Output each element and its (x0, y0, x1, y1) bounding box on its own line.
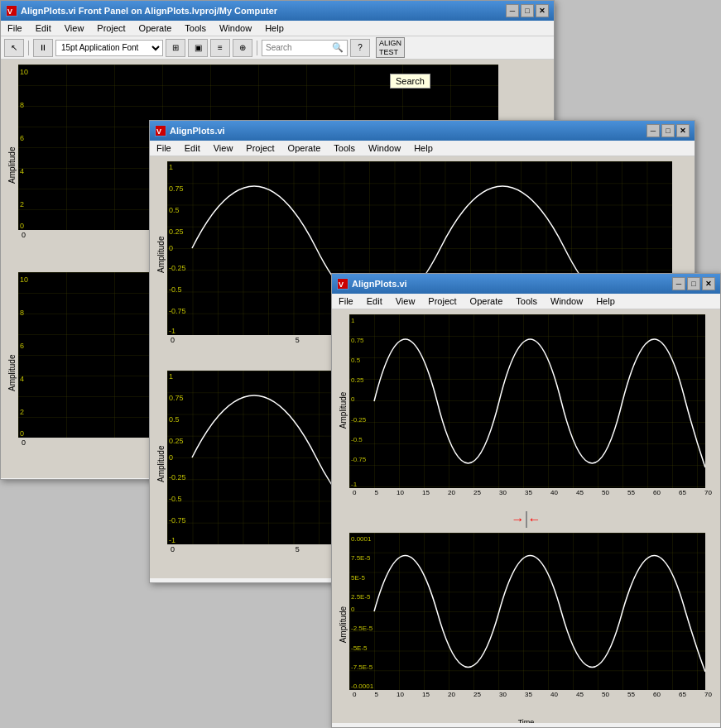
title-bar-2[interactable]: V AlignPlots.vi ─ □ ✕ (150, 121, 695, 141)
tb-btn-4[interactable]: ≡ (210, 39, 230, 57)
menu-project-2[interactable]: Project (243, 142, 277, 154)
search-input[interactable] (266, 43, 332, 52)
menu-file-1[interactable]: File (4, 22, 26, 34)
menu-file-2[interactable]: File (153, 142, 175, 154)
search-icon[interactable]: 🔍 (332, 42, 344, 53)
menu-file-3[interactable]: File (335, 295, 357, 307)
plot-svg-top-3[interactable]: 1 0.75 0.5 0.25 0 -0.25 -0.5 -0.75 -1 (349, 314, 705, 488)
svg-text:0.25: 0.25 (169, 437, 184, 445)
tb-btn-5[interactable]: ⊕ (233, 39, 252, 57)
search-box[interactable]: 🔍 (262, 40, 348, 56)
title-bar-1[interactable]: V AlignPlots.vi Front Panel on AlignPlot… (1, 1, 554, 21)
maximize-btn-3[interactable]: □ (687, 277, 700, 290)
arrow-tool-btn[interactable]: ↖ (4, 39, 24, 57)
maximize-btn-1[interactable]: □ (521, 4, 534, 17)
svg-text:0.75: 0.75 (169, 184, 184, 193)
menu-help-3[interactable]: Help (593, 295, 618, 307)
window-controls-2[interactable]: ─ □ ✕ (646, 124, 690, 137)
menu-operate-2[interactable]: Operate (285, 142, 324, 154)
arrow-right-3: ← (528, 512, 541, 527)
align-test-btn[interactable]: ALIGNTEST (376, 37, 405, 59)
window-controls-1[interactable]: ─ □ ✕ (506, 4, 549, 17)
svg-text:6: 6 (20, 342, 24, 350)
svg-text:-0.5: -0.5 (351, 436, 363, 443)
y-axis-label-bot-2: Amplitude (155, 371, 167, 558)
svg-text:0.25: 0.25 (169, 228, 184, 236)
help-btn[interactable]: ? (350, 39, 370, 57)
menu-view-1[interactable]: View (61, 22, 88, 34)
window-controls-3[interactable]: ─ □ ✕ (672, 277, 715, 290)
svg-text:0.0001: 0.0001 (351, 535, 372, 543)
menu-help-1[interactable]: Help (262, 22, 287, 34)
title-bar-3[interactable]: V AlignPlots.vi ─ □ ✕ (332, 274, 720, 294)
tb-btn-3[interactable]: ▣ (188, 39, 208, 57)
svg-text:10: 10 (20, 68, 28, 76)
app-icon-3: V (337, 278, 348, 290)
menu-operate-3[interactable]: Operate (467, 295, 507, 307)
main-panel-3: Amplitude 1 0.75 (332, 309, 720, 723)
svg-text:4: 4 (20, 375, 24, 383)
font-select[interactable]: 15pt Application Font (55, 40, 163, 56)
title-text-2: AlignPlots.vi (170, 126, 225, 136)
y-axis-label-bot-1: Amplitude (6, 272, 18, 473)
plot-area-bot-3: Amplitude 0.0001 7.5 (335, 531, 717, 718)
chart-wrap-top-3: Amplitude 1 0.75 (335, 313, 717, 508)
app-icon-2: V (155, 125, 166, 136)
resize-handle-3[interactable]: → ← (335, 508, 717, 531)
close-btn-3[interactable]: ✕ (702, 277, 715, 290)
minimize-btn-3[interactable]: ─ (672, 277, 685, 290)
tb-btn-2[interactable]: ⊞ (166, 39, 185, 57)
menu-bar-1: File Edit View Project Operate Tools Win… (1, 21, 554, 36)
window-3: V AlignPlots.vi ─ □ ✕ File Edit View Pro… (331, 273, 721, 728)
menu-view-3[interactable]: View (392, 295, 419, 307)
svg-text:0: 0 (20, 429, 24, 438)
minimize-btn-1[interactable]: ─ (506, 4, 519, 17)
svg-text:-1: -1 (351, 481, 358, 488)
svg-text:0: 0 (169, 453, 173, 462)
menu-tools-2[interactable]: Tools (330, 142, 358, 154)
close-btn-2[interactable]: ✕ (676, 124, 690, 137)
svg-text:-0.75: -0.75 (351, 456, 367, 463)
svg-text:0: 0 (351, 395, 355, 403)
svg-text:-0.75: -0.75 (169, 516, 186, 524)
sep-1 (28, 41, 29, 55)
menu-window-3[interactable]: Window (547, 295, 586, 307)
maximize-btn-2[interactable]: □ (661, 124, 675, 137)
pause-btn[interactable]: ⏸ (33, 39, 53, 57)
menu-project-1[interactable]: Project (94, 22, 128, 34)
menu-edit-3[interactable]: Edit (363, 295, 386, 307)
chart-inner-bot-3: 0.0001 7.5E-5 5E-5 2.5E-5 0 -2.5E-5 -5E-… (349, 533, 715, 716)
menu-tools-1[interactable]: Tools (181, 22, 209, 34)
menu-window-1[interactable]: Window (216, 22, 255, 34)
svg-text:0.5: 0.5 (169, 415, 180, 424)
svg-text:0.5: 0.5 (169, 206, 180, 214)
menu-window-2[interactable]: Window (365, 142, 404, 154)
svg-text:2: 2 (20, 408, 24, 416)
menu-project-3[interactable]: Project (425, 295, 459, 307)
title-text-1: AlignPlots.vi Front Panel on AlignPlots.… (21, 6, 277, 16)
menu-operate-1[interactable]: Operate (136, 22, 175, 34)
svg-text:10: 10 (20, 275, 28, 284)
svg-text:-0.5: -0.5 (169, 285, 182, 294)
svg-text:8: 8 (20, 309, 24, 317)
svg-text:-0.25: -0.25 (351, 416, 367, 424)
y-axis-label-top-1: Amplitude (6, 65, 18, 266)
menu-help-2[interactable]: Help (411, 142, 436, 154)
sep-2 (257, 41, 257, 55)
minimize-btn-2[interactable]: ─ (646, 124, 660, 137)
close-btn-1[interactable]: ✕ (536, 4, 549, 17)
plot-svg-bot-3[interactable]: 0.0001 7.5E-5 5E-5 2.5E-5 0 -2.5E-5 -5E-… (349, 533, 705, 690)
svg-text:0: 0 (351, 606, 355, 613)
toolbar-1: ↖ ⏸ 15pt Application Font ⊞ ▣ ≡ ⊕ 🔍 ? AL… (1, 36, 554, 60)
menu-edit-1[interactable]: Edit (32, 22, 55, 34)
svg-text:1: 1 (169, 372, 173, 381)
svg-text:0.75: 0.75 (169, 394, 184, 402)
y-axis-label-bot-3: Amplitude (337, 533, 349, 716)
svg-text:2: 2 (20, 200, 24, 208)
svg-text:V: V (339, 280, 344, 289)
menu-view-2[interactable]: View (210, 142, 237, 154)
y-axis-label-top-3: Amplitude (337, 314, 349, 506)
menu-edit-2[interactable]: Edit (181, 142, 204, 154)
menu-tools-3[interactable]: Tools (512, 295, 541, 307)
chart-inner-top-3: 1 0.75 0.5 0.25 0 -0.25 -0.5 -0.75 -1 (349, 314, 715, 506)
